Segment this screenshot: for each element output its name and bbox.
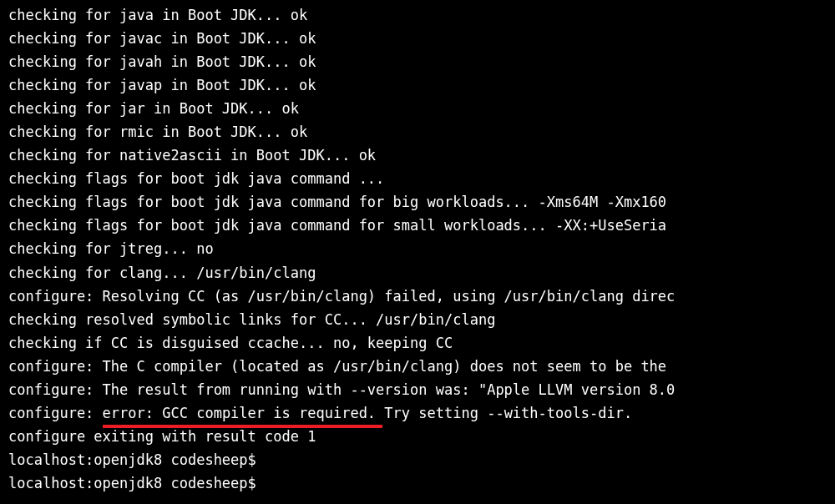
terminal-line: checking flags for boot jdk java command… (8, 190, 827, 214)
terminal-line: checking for javap in Boot JDK... ok (8, 73, 827, 97)
terminal-line: configure: Resolving CC (as /usr/bin/cla… (8, 285, 827, 308)
terminal-line: checking for javac in Boot JDK... ok (8, 27, 827, 50)
terminal-text: Try setting --with-tools-dir. (376, 405, 632, 421)
terminal-line: checking for java in Boot JDK... ok (8, 3, 827, 27)
terminal-line: checking for jtreg... no (8, 237, 827, 260)
terminal-text: configure: (8, 405, 103, 421)
error-highlight: error: GCC compiler is required. (103, 401, 377, 425)
terminal-error-line: configure: error: GCC compiler is requir… (8, 401, 827, 425)
terminal-line: checking for native2ascii in Boot JDK...… (8, 144, 827, 167)
terminal-prompt[interactable]: localhost:openjdk8 codesheep$ (8, 448, 827, 471)
terminal-line: checking for rmic in Boot JDK... ok (8, 120, 827, 144)
terminal-line: checking resolved symbolic links for CC.… (8, 308, 827, 331)
terminal-line: configure exiting with result code 1 (8, 425, 827, 448)
terminal-line: checking for clang... /usr/bin/clang (8, 261, 827, 285)
terminal-line: checking flags for boot jdk java command… (8, 214, 827, 237)
terminal-line: checking flags for boot jdk java command… (8, 167, 827, 190)
terminal-line: configure: The C compiler (located as /u… (8, 355, 827, 378)
terminal-prompt[interactable]: localhost:openjdk8 codesheep$ (8, 471, 827, 495)
terminal-line: checking for javah in Boot JDK... ok (8, 50, 827, 73)
terminal-line: checking if CC is disguised ccache... no… (8, 331, 827, 355)
terminal-line: checking for jar in Boot JDK... ok (8, 97, 827, 120)
terminal-line: configure: The result from running with … (8, 378, 827, 401)
